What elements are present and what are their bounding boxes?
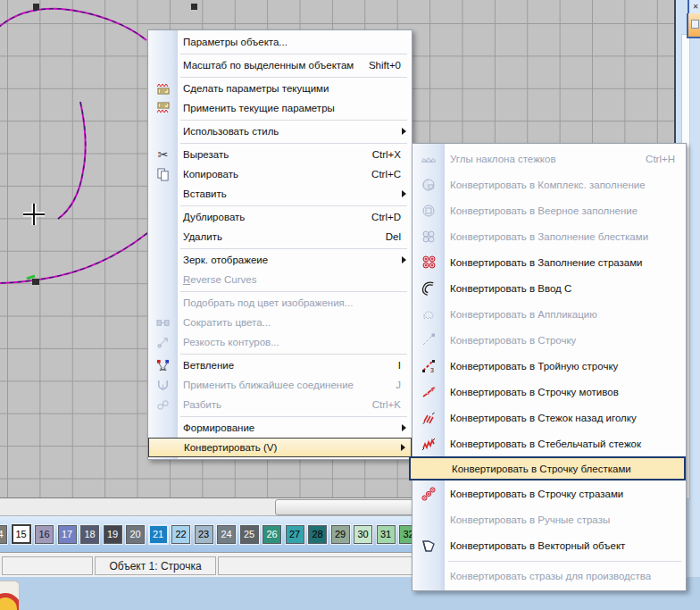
reduce-colors-icon <box>156 316 170 330</box>
make-params-current-icon <box>156 81 171 96</box>
context-menu: Параметры объекта... Масштаб по выделенн… <box>147 29 412 460</box>
submenu-item-stitch-angles[interactable]: Углы наклона стежков Ctrl+H <box>412 146 686 171</box>
right-toolbar-active-button[interactable] <box>687 13 700 38</box>
submenu-item-sequin-fill[interactable]: Конвертировать в Заполнение блестками <box>412 223 686 249</box>
menu-item-use-style[interactable]: Использовать стиль <box>148 121 412 141</box>
submenu-item-vector-object[interactable]: Конвертировать в Векторный объект <box>412 532 686 558</box>
submenu-arrow-icon <box>402 190 406 197</box>
palette-swatch[interactable]: 30 <box>354 525 372 544</box>
complex-fill-icon <box>421 178 436 192</box>
backstitch-icon <box>421 411 436 425</box>
palette-swatch[interactable]: 29 <box>331 525 350 544</box>
menu-item-closest-join[interactable]: Применить ближайшее соединение J <box>148 375 412 395</box>
palette-swatch[interactable]: 24 <box>217 525 236 544</box>
submenu-item-stem-stitch[interactable]: Конвертировать в Стебельчатый стежок <box>412 430 686 456</box>
stem-stitch-icon <box>421 437 436 451</box>
menu-item-zoom-to-selected[interactable]: Масштаб по выделенным объектам Shift+0 <box>148 55 412 75</box>
menu-item-branching[interactable]: Ветвление I <box>148 355 412 375</box>
menu-item-sharpen-outlines[interactable]: Резкость контуров... <box>148 332 412 352</box>
menu-item-copy[interactable]: Копировать Ctrl+C <box>148 164 412 184</box>
vector-object-icon <box>421 539 436 553</box>
branching-icon <box>156 359 170 372</box>
menu-item-reduce-colors[interactable]: Сократить цвета... <box>148 313 412 332</box>
palette-swatch[interactable]: 25 <box>240 525 259 544</box>
applique-icon <box>421 307 436 322</box>
submenu-item-run-stitch[interactable]: Конвертировать в Строчку <box>412 327 686 353</box>
closest-join-icon <box>156 379 170 392</box>
palette-swatch[interactable]: 17 <box>58 525 77 544</box>
menu-item-split[interactable]: Разбить Ctrl+K <box>148 395 412 414</box>
submenu-item-rhinestone-fill[interactable]: Конвертировать в Заполнение стразами <box>412 249 686 275</box>
palette-swatch[interactable]: 28 <box>308 525 327 544</box>
submenu-arrow-icon <box>401 444 405 451</box>
palette-swatch[interactable]: 15 <box>12 524 31 544</box>
menu-item-shaping[interactable]: Формирование <box>148 418 412 438</box>
menu-item-object-parameters[interactable]: Параметры объекта... <box>148 32 412 52</box>
submenu-item-manual-rhinestones[interactable]: Конвертировать в Ручные стразы <box>412 506 686 532</box>
menu-item-duplicate[interactable]: Дублировать Ctrl+D <box>148 207 412 227</box>
selected-object-outline[interactable] <box>0 9 147 283</box>
palette-swatch[interactable]: 20 <box>126 525 145 544</box>
stitch-angles-icon <box>420 152 438 165</box>
palette-swatch[interactable]: 19 <box>104 525 122 544</box>
palette-swatch[interactable]: 26 <box>262 525 281 544</box>
palette-swatch[interactable]: 23 <box>195 525 213 544</box>
palette-swatch[interactable]: 16 <box>35 525 54 544</box>
rhinestone-fill-icon <box>421 255 436 270</box>
menu-item-make-params-current[interactable]: Сделать параметры текущими <box>148 79 412 98</box>
submenu-item-complex-fill[interactable]: Конвертировать в Комплекс. заполнение <box>412 171 686 197</box>
svg-text:3: 3 <box>430 367 434 373</box>
submenu-arrow-icon <box>402 424 406 431</box>
bottom-left-tab[interactable] <box>0 581 20 610</box>
sequin-fill-icon <box>421 230 436 244</box>
menu-item-delete[interactable]: Удалить Del <box>148 227 412 247</box>
submenu-arrow-icon <box>402 128 406 135</box>
status-section-left <box>2 556 93 575</box>
fan-fill-icon <box>421 204 436 218</box>
palette-swatch-selected[interactable]: 21 <box>149 525 168 544</box>
rhinestone-run-icon <box>421 487 436 501</box>
submenu-item-motif-run[interactable]: Конвертировать в Строчку мотивов <box>412 379 686 405</box>
app-window: 14 15 16 17 18 19 20 21 22 23 24 25 26 2… <box>0 0 700 610</box>
submenu-arrow-icon <box>402 256 406 263</box>
palette-swatch[interactable]: 22 <box>171 525 190 544</box>
copy-icon <box>156 168 170 181</box>
menu-item-apply-current-params[interactable]: Применить текущие параметры <box>148 98 412 118</box>
menu-item-cut[interactable]: ✂ Вырезать Ctrl+X <box>148 145 412 164</box>
submenu-item-production-rhinestones[interactable]: Конвертировать стразы для производства <box>412 563 686 589</box>
submenu-item-applique[interactable]: Конвертировать в Аппликацию <box>412 301 686 327</box>
submenu-item-sequin-run[interactable]: Конвертировать в Строчку блестками <box>409 456 686 480</box>
menu-item-convert[interactable]: Конвертировать (V) <box>148 438 412 457</box>
sharpen-outlines-icon <box>156 336 170 349</box>
menu-item-paste[interactable]: Вставить <box>148 184 412 204</box>
motif-run-icon <box>421 385 436 399</box>
split-icon <box>156 398 170 412</box>
submenu-item-input-c[interactable]: Конвертировать в Ввод С <box>412 275 686 301</box>
cut-icon: ✂ <box>158 148 169 161</box>
convert-submenu: Углы наклона стежков Ctrl+H Конвертирова… <box>412 143 687 591</box>
menu-item-mirror[interactable]: Зерк. отображеие <box>148 250 412 270</box>
crosshair-cursor <box>23 204 45 225</box>
input-c-icon <box>421 281 437 296</box>
palette-swatch[interactable]: 27 <box>286 525 304 544</box>
entry-point-mark <box>27 276 35 279</box>
palette-swatch[interactable]: 31 <box>377 525 396 544</box>
submenu-item-rhinestone-run[interactable]: Конвертировать в Строчку стразами <box>412 480 686 506</box>
logo-fragment-icon <box>0 593 20 610</box>
submenu-item-triple-run[interactable]: 3 Конвертировать в Тройную строчку <box>412 353 686 379</box>
menu-item-match-image-color[interactable]: Подобрать под цвет изображения... <box>148 293 412 313</box>
triple-run-icon: 3 <box>421 359 436 373</box>
palette-swatch[interactable]: 18 <box>80 525 99 544</box>
run-stitch-icon <box>421 333 436 347</box>
submenu-item-fan-fill[interactable]: Конвертировать в Веерное заполнение <box>412 197 686 223</box>
menu-item-reverse-curves[interactable]: Reverse Curves <box>148 270 412 289</box>
status-object-info: Объект 1: Строчка <box>95 556 216 575</box>
submenu-item-backstitch[interactable]: Конвертировать в Стежок назад иголку <box>412 405 686 430</box>
palette-swatch[interactable]: 14 <box>0 525 7 544</box>
apply-current-params-icon <box>156 101 171 115</box>
